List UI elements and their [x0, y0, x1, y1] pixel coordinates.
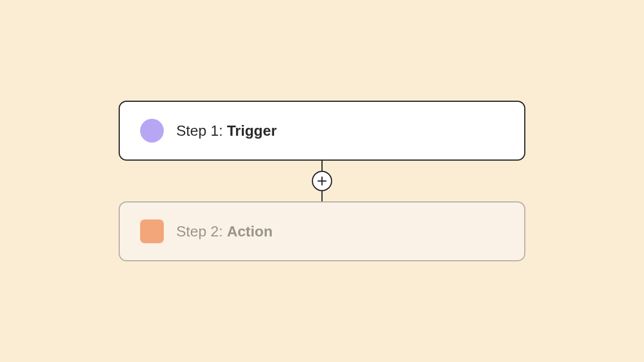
connector-line-top [321, 161, 323, 171]
action-swatch-icon [140, 219, 164, 243]
add-step-button[interactable] [312, 171, 332, 191]
step-name: Trigger [227, 122, 277, 139]
step-prefix: Step 2: [176, 223, 227, 240]
step-trigger[interactable]: Step 1: Trigger [119, 101, 525, 161]
step-prefix: Step 1: [176, 122, 227, 139]
step-action[interactable]: Step 2: Action [119, 201, 525, 261]
step-name: Action [227, 223, 273, 240]
trigger-swatch-icon [140, 119, 164, 143]
connector-line-bottom [321, 191, 323, 201]
step-label: Step 2: Action [176, 223, 273, 240]
workflow-flow: Step 1: Trigger Step 2: Action [119, 101, 525, 261]
connector [312, 161, 332, 201]
plus-icon [317, 176, 327, 186]
step-label: Step 1: Trigger [176, 122, 277, 140]
